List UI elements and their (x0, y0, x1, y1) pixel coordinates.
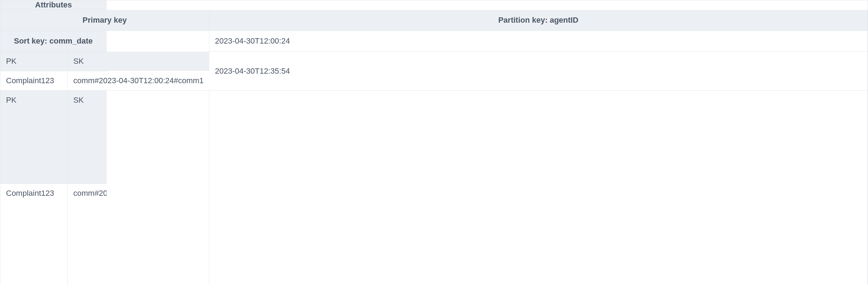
attributes-block: PK SK comm_id complaint_state comm_text … (0, 91, 107, 285)
attributes-block: PK SK comm_id complaint_state comm_text … (0, 52, 107, 91)
attr-value-pk: Complaint123 (0, 184, 68, 285)
attr-header-sk: SK (68, 52, 216, 71)
attr-value-sk: comm#2023-04-30T12:00:24#comm1 (68, 71, 216, 90)
header-partition-key: Partition key: agentID (209, 10, 868, 31)
partition-key-value: AgentB (107, 91, 209, 285)
attr-header-pk: PK (0, 91, 68, 183)
header-attributes: Attributes (0, 0, 107, 10)
sort-key-value: 2023-05-10T16:00:00 (209, 91, 868, 285)
attr-value-pk: Complaint123 (0, 71, 68, 90)
sort-key-value: 2023-04-30T12:00:24 (209, 31, 868, 52)
header-sort-key: Sort key: comm_date (0, 31, 107, 52)
sort-key-value: 2023-04-30T12:35:54 (209, 52, 868, 91)
data-model-table: Primary key Attributes Partition key: ag… (0, 0, 868, 285)
attr-header-pk: PK (0, 52, 68, 71)
header-primary-key: Primary key (0, 10, 209, 31)
